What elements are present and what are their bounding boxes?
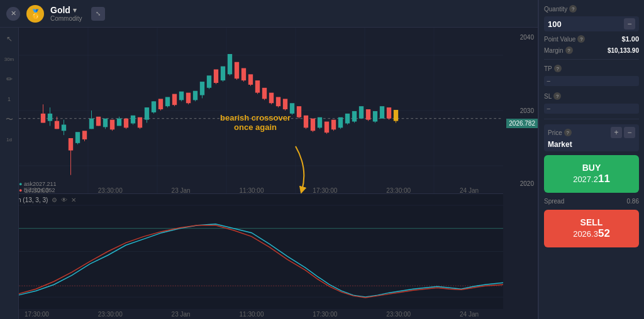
right-panel: Quantity ? 100 − Point Value ? $1.00 Mar… <box>538 0 644 319</box>
svg-rect-43 <box>145 107 149 120</box>
divider-2 <box>544 119 639 119</box>
point-value: $1.00 <box>621 35 639 43</box>
svg-rect-27 <box>89 119 94 129</box>
svg-rect-83 <box>283 99 287 109</box>
quantity-section: Quantity ? <box>544 5 639 13</box>
svg-rect-89 <box>304 116 308 128</box>
annotation-arrow <box>277 143 314 193</box>
svg-rect-29 <box>96 117 101 126</box>
svg-rect-95 <box>325 122 329 133</box>
bid-price: ● bid2026.352 <box>19 187 57 193</box>
quantity-minus-button[interactable]: − <box>624 18 635 30</box>
remove-stoch-icon[interactable]: ✕ <box>71 197 76 203</box>
svg-rect-31 <box>103 119 108 127</box>
svg-rect-15 <box>48 114 52 121</box>
price-row: Price ? + − <box>548 127 635 138</box>
svg-rect-69 <box>235 62 239 78</box>
spread-row: Spread 0.86 <box>544 197 639 206</box>
svg-rect-65 <box>221 67 225 80</box>
svg-rect-111 <box>380 106 384 119</box>
price-2020: 2020 <box>504 180 536 187</box>
quantity-row: 100 − <box>544 16 639 31</box>
price-value: Market <box>548 140 635 149</box>
price-plus-button[interactable]: + <box>611 127 622 138</box>
svg-rect-61 <box>207 75 211 88</box>
tp-label: TP ? <box>544 65 562 72</box>
tp-info-icon[interactable]: ? <box>554 65 562 72</box>
close-button[interactable]: ✕ <box>6 7 20 21</box>
current-price-label: 2026.782 <box>506 119 538 128</box>
sx-label-5: 23:30:00 <box>386 311 411 318</box>
margin-label: Margin ? <box>544 46 573 54</box>
sell-label: SELL <box>580 217 603 227</box>
top-bar: ✕ 🥇 Gold ▾ Commodity ⤡ <box>0 0 538 28</box>
settings-icon[interactable]: ⚙ <box>52 197 57 203</box>
svg-rect-91 <box>311 119 315 131</box>
x-axis-stoch: 17:30:00 23:30:00 23 Jan 11:30:00 17:30:… <box>0 310 503 319</box>
number-1-label[interactable]: 1 <box>3 93 16 105</box>
price-info-icon[interactable]: ? <box>564 129 572 136</box>
quantity-info-icon[interactable]: ? <box>569 5 577 13</box>
sl-section: SL ? <box>544 92 639 100</box>
point-value-info-icon[interactable]: ? <box>577 35 585 43</box>
svg-rect-37 <box>124 119 128 128</box>
svg-rect-63 <box>214 69 218 83</box>
y-axis: 2040 2030 2020 <box>503 28 538 193</box>
svg-rect-41 <box>138 117 142 128</box>
svg-rect-97 <box>331 120 336 130</box>
sx-label-3: 11:30:00 <box>240 311 264 318</box>
sx-label-1: 23:30:00 <box>98 311 123 318</box>
svg-rect-57 <box>193 91 197 100</box>
sell-price-bold: 52 <box>598 227 610 240</box>
svg-rect-55 <box>186 93 191 104</box>
main-chart-svg <box>19 28 503 193</box>
svg-rect-73 <box>248 74 253 85</box>
sl-info-icon[interactable]: ? <box>553 92 561 100</box>
svg-rect-75 <box>255 80 260 93</box>
price-minus-button[interactable]: − <box>624 127 635 138</box>
asset-name: Gold ▾ <box>50 5 82 15</box>
main-chart <box>19 28 503 193</box>
chart-area: ✕ 🥇 Gold ▾ Commodity ⤡ ↖ 30m ✏ 1 〜 1d <box>0 0 538 319</box>
svg-rect-47 <box>158 99 163 109</box>
svg-rect-59 <box>200 82 204 95</box>
sell-button[interactable]: SELL 2026.352 <box>544 210 639 247</box>
svg-rect-13 <box>41 114 45 123</box>
divider-1 <box>544 59 639 60</box>
spread-value: 0.86 <box>627 198 639 205</box>
buy-button[interactable]: BUY 2027.211 <box>544 155 639 193</box>
stoch-svg: 100 80 50 20 <box>0 194 503 309</box>
ask-price: ● ask2027.211 <box>19 181 57 187</box>
pen-icon[interactable]: ✏ <box>3 73 16 85</box>
left-sidebar: ↖ 30m ✏ 1 〜 1d <box>0 28 19 319</box>
stoch-chart: Stoch (13, 3, 3) ⚙ 👁 ✕ 100 80 50 20 <box>0 193 503 309</box>
svg-rect-85 <box>290 103 294 114</box>
asset-info: Gold ▾ Commodity <box>50 5 82 22</box>
svg-rect-71 <box>242 68 246 81</box>
quantity-label: Quantity ? <box>544 5 577 13</box>
svg-rect-93 <box>318 117 322 128</box>
sl-label: SL ? <box>544 92 561 100</box>
sl-value[interactable]: − <box>544 104 639 114</box>
svg-rect-21 <box>69 138 73 151</box>
svg-rect-23 <box>75 132 80 143</box>
margin-info-icon[interactable]: ? <box>565 46 573 54</box>
svg-rect-25 <box>82 131 87 139</box>
cursor-icon[interactable]: ↖ <box>3 33 16 45</box>
eye-icon[interactable]: 👁 <box>61 197 67 203</box>
svg-rect-39 <box>131 116 135 124</box>
margin-section: Margin ? $10,133.90 <box>544 46 639 54</box>
svg-rect-49 <box>165 97 170 106</box>
wave-icon[interactable]: 〜 <box>3 113 16 126</box>
day-label[interactable]: 1d <box>3 133 16 146</box>
timeframe-label[interactable]: 30m <box>3 53 16 65</box>
expand-button[interactable]: ⤡ <box>91 7 105 21</box>
price-2030: 2030 <box>504 107 536 114</box>
svg-rect-17 <box>55 121 59 129</box>
quantity-value: 100 <box>548 19 562 29</box>
svg-rect-115 <box>394 110 398 121</box>
svg-rect-33 <box>110 120 114 130</box>
svg-rect-77 <box>262 88 267 99</box>
sell-price-main: 2026.3 <box>573 229 598 239</box>
tp-value[interactable]: − <box>544 76 639 86</box>
